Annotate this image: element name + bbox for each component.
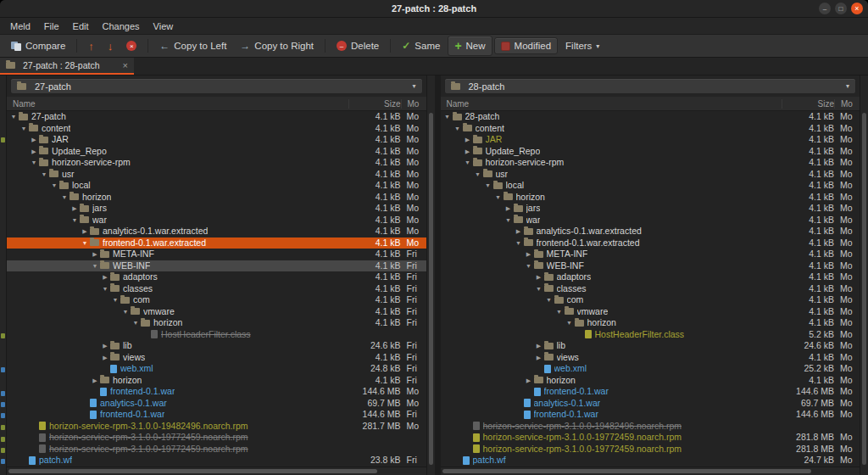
right-horizontal-scrollbar[interactable]	[441, 467, 860, 475]
expander-closed-icon[interactable]: ▶	[100, 271, 110, 283]
tree-row[interactable]: frontend-0.1.war144.6 MBMo	[441, 386, 860, 398]
tree-row[interactable]: ▼war4.1 kBMo	[441, 215, 860, 226]
tree-row[interactable]: ▼local4.1 kBMo	[7, 180, 426, 192]
menu-view[interactable]: View	[147, 20, 181, 33]
column-modified[interactable]: Mo	[834, 99, 860, 109]
tree-row[interactable]: ▶adaptors4.1 kBFri	[7, 271, 426, 283]
expander-open-icon[interactable]: ▼	[483, 180, 493, 192]
tree-row[interactable]: ▶horizon4.1 kBFri	[7, 375, 426, 387]
expander-open-icon[interactable]: ▼	[453, 123, 463, 135]
expander-closed-icon[interactable]: ▶	[80, 226, 90, 238]
tree-row[interactable]: ▼horizon4.1 kBMo	[441, 317, 860, 329]
expander-open-icon[interactable]: ▼	[80, 238, 90, 249]
tree-row[interactable]: ▼horizon-service-rpm4.1 kBMo	[441, 157, 860, 169]
expander-open-icon[interactable]: ▼	[463, 157, 473, 169]
tree-row[interactable]: ▶lib24.6 kBMo	[441, 340, 860, 352]
expander-open-icon[interactable]: ▼	[110, 294, 120, 306]
expander-closed-icon[interactable]: ▶	[534, 271, 544, 283]
tree-row[interactable]: ▶META-INF4.1 kBMo	[441, 249, 860, 260]
expander-open-icon[interactable]: ▼	[29, 157, 39, 169]
next-change-button[interactable]: ↓	[102, 37, 120, 55]
filter-same-toggle[interactable]: ✓ Same	[396, 37, 446, 54]
expander-closed-icon[interactable]: ▶	[534, 340, 544, 352]
expander-open-icon[interactable]: ▼	[8, 111, 19, 123]
tree-row[interactable]: ▼WEB-INF4.1 kBFri	[7, 260, 426, 272]
tree-row[interactable]: ▶jars4.1 kBMo	[441, 203, 860, 215]
tree-row[interactable]: ▼usr4.1 kBMo	[7, 169, 426, 181]
filter-new-toggle[interactable]: + New	[448, 36, 492, 56]
tree-row[interactable]: horizon-service-rpm-3.1.0.0-19772459.noa…	[7, 444, 426, 455]
expander-closed-icon[interactable]: ▶	[29, 134, 39, 146]
column-size[interactable]: Size	[782, 99, 834, 109]
expander-open-icon[interactable]: ▼	[514, 238, 524, 249]
tree-row[interactable]: ▶views4.1 kBMo	[441, 352, 860, 364]
right-vertical-scrollbar[interactable]	[860, 75, 868, 475]
menu-changes[interactable]: Changes	[96, 20, 147, 33]
compare-button[interactable]: Compare	[5, 38, 71, 53]
scrollbar-handle[interactable]	[442, 469, 811, 473]
tree-row[interactable]: ▼horizon-service-rpm4.1 kBMo	[7, 157, 426, 169]
tab-folder-comparison[interactable]: 27-patch : 28-patch ×	[0, 58, 134, 75]
menu-meld[interactable]: Meld	[3, 20, 37, 33]
tree-row[interactable]: frontend-0.1.war144.6 MBMo	[441, 409, 860, 421]
expander-closed-icon[interactable]: ▶	[70, 203, 80, 215]
tree-row[interactable]: ▼vmware4.1 kBMo	[441, 306, 860, 318]
tree-row[interactable]: horizon-service-rpm-3.1.0.0-19482496.noa…	[7, 421, 426, 433]
tree-row[interactable]: ▼frontend-0.1.war.extracted4.1 kBMo	[441, 238, 860, 249]
minimize-button[interactable]: –	[819, 3, 831, 14]
tree-row[interactable]: ▼com4.1 kBFri	[7, 294, 426, 306]
expander-closed-icon[interactable]: ▶	[29, 146, 39, 158]
tree-row[interactable]: ▼classes4.1 kBFri	[7, 283, 426, 295]
close-button[interactable]: ×	[851, 3, 863, 14]
expander-open-icon[interactable]: ▼	[554, 306, 565, 318]
tree-row[interactable]: ▶analytics-0.1.war.extracted4.1 kBMo	[441, 226, 860, 238]
filter-modified-toggle[interactable]: Modified	[494, 37, 558, 54]
left-horizontal-scrollbar[interactable]	[7, 467, 426, 475]
expander-open-icon[interactable]: ▼	[90, 260, 100, 272]
expander-open-icon[interactable]: ▼	[59, 192, 70, 204]
expander-open-icon[interactable]: ▼	[131, 317, 141, 329]
tree-row[interactable]: horizon-service-rpm-3.1.0.0-19482496.noa…	[441, 421, 860, 433]
scrollbar-handle[interactable]	[862, 113, 866, 465]
expander-closed-icon[interactable]: ▶	[463, 146, 473, 158]
titlebar[interactable]: 27-patch : 28-patch – □ ×	[0, 0, 868, 18]
tree-row[interactable]: ▶META-INF4.1 kBFri	[7, 249, 426, 260]
tree-row[interactable]: patch.wf24.7 kBMo	[441, 455, 860, 467]
tree-row[interactable]: ▼content4.1 kBMo	[441, 123, 860, 135]
tree-row[interactable]: web.xml24.8 kBFri	[7, 363, 426, 375]
expander-closed-icon[interactable]: ▶	[90, 375, 100, 387]
tree-row[interactable]: ▶analytics-0.1.war.extracted4.1 kBMo	[7, 226, 426, 238]
previous-change-button[interactable]: ↑	[82, 37, 100, 55]
copy-to-right-button[interactable]: → Copy to Right	[234, 37, 320, 54]
column-size[interactable]: Size	[348, 99, 401, 109]
tree-row[interactable]: ▼horizon4.1 kBMo	[441, 192, 860, 204]
expander-open-icon[interactable]: ▼	[19, 123, 29, 135]
tree-row[interactable]: analytics-0.1.war69.7 MBMo	[441, 398, 860, 410]
tree-row[interactable]: ▶adaptors4.1 kBMo	[441, 271, 860, 283]
tree-row[interactable]: horizon-service-rpm-3.1.0.0-19772459.noa…	[441, 444, 860, 455]
expander-open-icon[interactable]: ▼	[49, 180, 59, 192]
expander-closed-icon[interactable]: ▶	[534, 352, 544, 364]
left-vertical-scrollbar[interactable]	[426, 75, 435, 475]
tree-row[interactable]: ▼com4.1 kBMo	[441, 294, 860, 306]
left-folder-selector[interactable]: 27-patch ▾	[10, 78, 423, 94]
tree-row[interactable]: ▼usr4.1 kBMo	[441, 169, 860, 181]
tree-row[interactable]: horizon-service-rpm-3.1.0.0-19772459.noa…	[7, 432, 426, 444]
tree-row[interactable]: ▼classes4.1 kBMo	[441, 283, 860, 295]
maximize-button[interactable]: □	[835, 3, 847, 14]
copy-to-left-button[interactable]: ← Copy to Left	[153, 37, 232, 54]
tree-row[interactable]: ▼27-patch4.1 kBMo	[7, 111, 426, 123]
tree-row[interactable]: horizon-service-rpm-3.1.0.0-19772459.noa…	[441, 432, 860, 444]
expander-open-icon[interactable]: ▼	[544, 294, 554, 306]
expander-open-icon[interactable]: ▼	[39, 169, 49, 181]
expander-open-icon[interactable]: ▼	[524, 260, 534, 272]
expander-open-icon[interactable]: ▼	[70, 215, 80, 226]
expander-closed-icon[interactable]: ▶	[100, 352, 110, 364]
expander-open-icon[interactable]: ▼	[100, 283, 110, 295]
tree-row[interactable]: ▶JAR4.1 kBMo	[7, 134, 426, 146]
expander-closed-icon[interactable]: ▶	[463, 134, 473, 146]
column-name[interactable]: Name	[7, 99, 348, 109]
tree-row[interactable]: ▼WEB-INF4.1 kBMo	[441, 260, 860, 272]
tree-row[interactable]: ▼war4.1 kBMo	[7, 215, 426, 226]
tree-row[interactable]: ▼content4.1 kBMo	[7, 123, 426, 135]
